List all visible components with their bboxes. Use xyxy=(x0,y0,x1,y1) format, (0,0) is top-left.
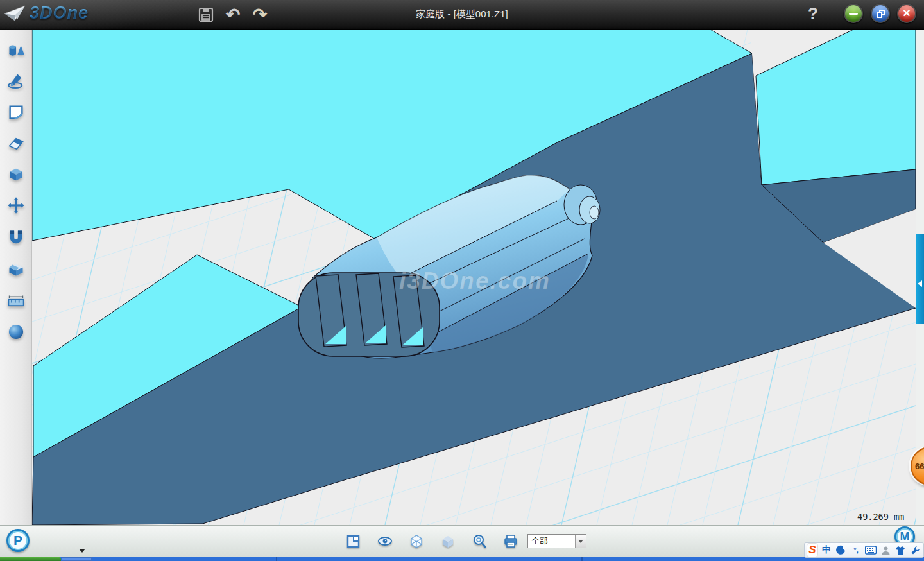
view-toolbar xyxy=(346,533,535,549)
close-button[interactable]: ✕ xyxy=(897,4,916,23)
document-title: 家庭版 - [模型001.Z1] xyxy=(0,8,924,21)
measurement-readout: 49.269 mm xyxy=(857,512,904,522)
material-sphere-icon[interactable] xyxy=(4,320,28,343)
redo-icon[interactable]: ↷ xyxy=(250,5,270,24)
plugin-badge-button[interactable]: P xyxy=(6,529,30,552)
save-icon[interactable] xyxy=(196,5,216,24)
primitives-icon[interactable] xyxy=(4,39,28,62)
eye-icon[interactable] xyxy=(378,533,392,549)
viewport-3d-canvas[interactable]: i3DOne.com 49.269 mm xyxy=(32,30,916,525)
maximize-restore-button[interactable] xyxy=(871,4,890,23)
taskbar-item[interactable] xyxy=(62,557,92,561)
sketch-pencil-icon[interactable] xyxy=(4,69,28,92)
print-icon[interactable] xyxy=(504,533,518,549)
magnet-icon[interactable] xyxy=(4,226,28,249)
title-bar: 3DOne ↶ ↷ 家庭版 - [模型001.Z1] ? ✕ xyxy=(0,0,924,30)
ime-language-toggle[interactable]: 中 xyxy=(820,544,833,557)
application-window: 3DOne ↶ ↷ 家庭版 - [模型001.Z1] ? ✕ xyxy=(0,0,924,561)
shaded-cube-icon[interactable] xyxy=(441,533,455,549)
wrench-icon[interactable] xyxy=(909,544,921,557)
feature-cube-icon[interactable] xyxy=(4,163,28,186)
chevron-down-icon xyxy=(578,540,583,543)
minimize-button[interactable] xyxy=(844,4,863,23)
sogou-logo-icon[interactable]: S xyxy=(807,543,818,557)
app-logo: 3DOne xyxy=(4,3,89,23)
ime-toolbar: S 中 °, xyxy=(804,542,924,558)
move-arrows-icon[interactable] xyxy=(4,194,28,217)
eraser-icon[interactable] xyxy=(4,132,28,155)
punctuation-toggle[interactable]: °, xyxy=(850,544,862,557)
taskbar-separator xyxy=(276,557,277,561)
wireframe-cube-icon[interactable] xyxy=(409,533,424,549)
paper-plane-icon xyxy=(4,4,26,23)
left-toolbar xyxy=(0,30,32,525)
taskbar-separator xyxy=(581,557,583,561)
sketch-plane-icon[interactable] xyxy=(4,101,28,124)
app-name: 3DOne xyxy=(30,3,89,23)
plugin-dropdown-caret[interactable] xyxy=(79,549,85,553)
user-icon[interactable] xyxy=(879,544,892,557)
assembly-box-icon[interactable] xyxy=(4,257,28,280)
panel-expand-tab[interactable] xyxy=(916,234,924,324)
zoom-search-icon[interactable] xyxy=(472,533,486,549)
measure-ruler-icon[interactable] xyxy=(4,289,28,312)
os-taskbar[interactable] xyxy=(0,557,924,561)
display-filter-dropdown[interactable]: 全部 xyxy=(527,534,586,548)
help-button[interactable]: ? xyxy=(803,4,823,24)
keyboard-icon[interactable] xyxy=(864,544,877,557)
display-filter-value: 全部 xyxy=(528,535,575,547)
dropdown-arrow-button[interactable] xyxy=(575,535,586,548)
titlebar-separator xyxy=(830,3,830,27)
arrow-left-icon xyxy=(918,280,922,287)
watermark: i3DOne.com xyxy=(399,268,551,294)
moon-icon[interactable] xyxy=(835,544,848,557)
start-button[interactable] xyxy=(0,557,61,561)
restore-icon xyxy=(877,10,885,18)
layout-pane-icon[interactable] xyxy=(346,533,361,549)
undo-icon[interactable]: ↶ xyxy=(223,5,243,24)
skin-tshirt-icon[interactable] xyxy=(894,544,907,557)
